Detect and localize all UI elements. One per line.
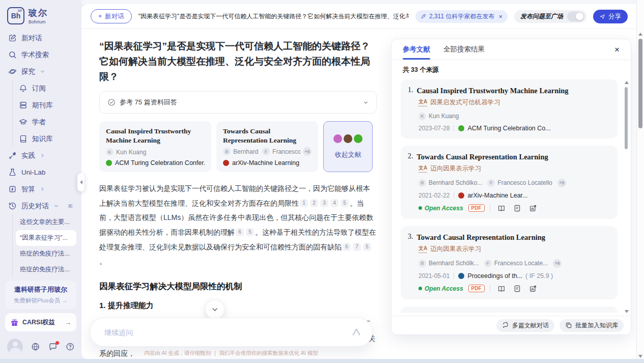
sidebar-item-new-chat[interactable]: 新对话 [5, 30, 76, 46]
impact-factor: ( IF 25.9 ) [525, 272, 553, 280]
bohrium-logo[interactable]: 107 Bh 玻尔 Bohrium [5, 6, 76, 30]
reference-item[interactable]: 2. Towards Causal Representation Learnin… [401, 146, 618, 219]
reference-meta: 2021-02-22 arXiv-Machine Lear... [418, 192, 609, 199]
sidebar-item-journals[interactable]: 期刊库 [16, 97, 76, 114]
citation-chip[interactable]: 5 [341, 199, 349, 207]
collapse-references-button[interactable]: 收起文献 [323, 121, 373, 172]
divider [490, 205, 490, 211]
panel-scrollbar-thumb[interactable] [625, 87, 628, 149]
history-icon [8, 202, 17, 210]
panel-scrollbar [624, 81, 629, 313]
history-item[interactable]: 癌症的免疫疗法... [16, 262, 76, 277]
help-icon[interactable] [66, 342, 74, 351]
user-avatar[interactable] [7, 339, 23, 355]
sidebar-item-scholars[interactable]: 学者 [16, 114, 76, 130]
messages-icon[interactable] [48, 342, 58, 351]
sidebar-item-unilab[interactable]: Uni-Lab [5, 164, 76, 181]
scroll-to-bottom-button[interactable] [205, 300, 225, 319]
citation-chip[interactable]: 3 [320, 199, 328, 207]
author: BBernhard Schölk... [418, 260, 479, 267]
batch-add-knowledge-base-button[interactable]: 批量加入知识库 [559, 319, 624, 332]
add-to-chart-icon[interactable] [529, 204, 537, 212]
cite-icon[interactable] [513, 285, 521, 293]
answer-sources-bar[interactable]: 参考 75 篇资料回答 [99, 91, 377, 114]
add-to-chart-icon[interactable] [529, 285, 537, 293]
citation-card[interactable]: Towards Causal Representation Learning B… [216, 121, 318, 172]
reference-item[interactable]: 3. Toward Causal Representation Learning… [401, 226, 618, 299]
sidebar-item-subscriptions[interactable]: 订阅 [16, 80, 76, 97]
scrollbar-thumb[interactable] [638, 39, 642, 128]
venue: Proceedings of th...( IF 25.9 ) [458, 272, 553, 280]
sidebar-item-practice[interactable]: 实践 [5, 147, 76, 164]
citation-chip[interactable]: 5 [246, 228, 254, 236]
sidebar-item-label: Uni-Lab [21, 169, 45, 176]
citation-chip[interactable]: 2 [310, 199, 318, 207]
publish-date: 2021-02-22 [418, 192, 450, 199]
citation-chip[interactable]: 5 [363, 243, 371, 251]
new-chat-button[interactable]: + 新对话 [91, 9, 132, 23]
venue-dot [458, 192, 464, 199]
sidebar: 107 Bh 玻尔 Bohrium 新对话 学术搜索 探究 [0, 0, 81, 359]
scrollbar-up-arrow[interactable] [638, 33, 642, 36]
more-authors-chip: +5 [303, 147, 312, 156]
open-access-badge: Open Access [418, 205, 463, 212]
sidebar-item-academic-search[interactable]: 学术搜索 [5, 46, 76, 63]
author: FFrancesco Locate... [484, 260, 548, 267]
cite-icon[interactable] [513, 204, 521, 212]
citation-chip[interactable]: 4 [330, 199, 339, 207]
author-avatar: F [262, 148, 270, 155]
sidebar-item-label: 订阅 [32, 84, 46, 93]
carsi-button[interactable]: CARSI权益 → [5, 313, 76, 331]
share-button[interactable]: 分享 [593, 10, 628, 23]
publish-toggle[interactable] [567, 12, 584, 21]
scrollbar-down-arrow[interactable] [638, 355, 642, 358]
send-icon[interactable] [351, 327, 362, 338]
sidebar-item-explore[interactable]: 探究 [5, 63, 76, 80]
close-icon[interactable]: × [498, 13, 502, 20]
history-list: 这些文章的主要... “因果表征学习”... 癌症的免疫疗法... 癌症的免疫疗… [12, 214, 76, 277]
author-avatar: F [487, 179, 495, 187]
paper-venue: ACM Turing Celebration Confer... [106, 159, 205, 166]
author-name: Francesco Locate... [494, 260, 548, 267]
history-item[interactable]: 癌症的免疫疗法... [16, 246, 76, 262]
share-icon [600, 14, 605, 19]
sidebar-collapse-handle[interactable] [77, 173, 85, 191]
toggle-knob [576, 13, 583, 20]
tab-references[interactable]: 参考文献 [403, 39, 430, 60]
venue-dot [458, 273, 464, 279]
citation-chip[interactable]: 6 [343, 243, 351, 251]
history-item[interactable]: 这些文章的主要... [16, 214, 76, 230]
top-strip [81, 0, 636, 4]
logo-name-cn: 玻尔 [29, 7, 48, 19]
followup-input[interactable] [104, 328, 351, 337]
citation-card[interactable]: Causal Inspired Trustworthy Machine Lear… [99, 121, 211, 172]
sidebar-item-history[interactable]: 历史对话 [5, 198, 76, 214]
pdf-badge[interactable]: PDF [468, 204, 485, 212]
scroll-down-arrow[interactable] [625, 310, 629, 313]
pdf-badge[interactable]: PDF [468, 285, 485, 292]
read-paper-icon[interactable] [497, 285, 506, 293]
close-icon[interactable]: × [614, 45, 620, 54]
citation-chip[interactable]: 6 [236, 228, 244, 236]
scroll-up-arrow[interactable] [625, 81, 629, 84]
venue: arXiv-Machine Lear... [458, 192, 527, 199]
sidebar-item-knowledge-base[interactable]: 知识库 [16, 130, 76, 147]
reference-item-partial[interactable] [401, 306, 618, 313]
scientists-badge[interactable]: 2,311 位科学家都在发布 × [415, 10, 508, 23]
more-authors-chip: +6 [553, 259, 562, 268]
multi-paper-chat-button[interactable]: 多篇文献对话 [496, 319, 554, 332]
read-paper-icon[interactable] [497, 204, 506, 212]
citation-chip[interactable]: 7 [353, 243, 361, 251]
tab-all-search-results[interactable]: 全部搜索结果 [443, 39, 485, 60]
scientists-badge-text: 2,311 位科学家都在发布 [429, 12, 494, 21]
citation-chip[interactable]: 1 [300, 199, 308, 207]
list-icon[interactable] [68, 203, 73, 209]
history-item-active[interactable]: “因果表征学习”... [16, 230, 76, 246]
invite-promo-card[interactable]: 邀科研搭子用玻尔 免费解锁Plus会员 → [5, 281, 76, 309]
reference-number: 2. [408, 152, 413, 162]
book-icon [19, 134, 27, 143]
reference-item[interactable]: 1. Causal Inspired Trustworthy Machine L… [401, 79, 618, 138]
sidebar-item-ai-computing[interactable]: 智算 [5, 181, 76, 198]
globe-icon[interactable] [31, 342, 40, 351]
author-avatar: B [223, 148, 231, 155]
